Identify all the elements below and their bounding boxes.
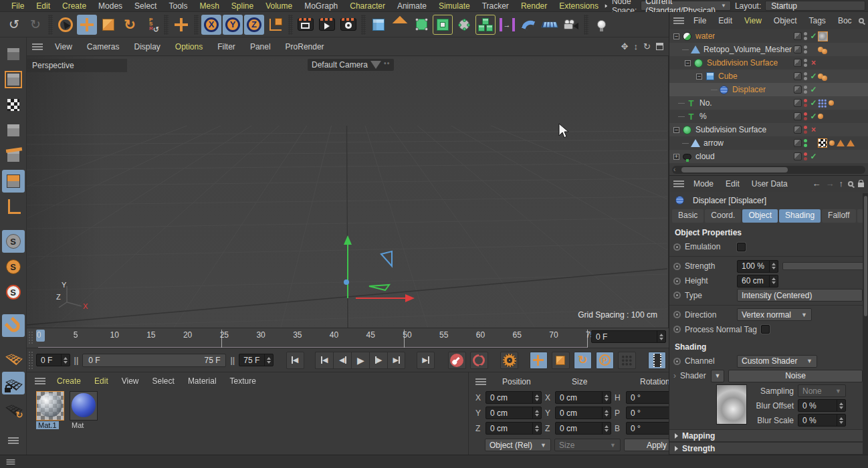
am-menu-mode[interactable]: Mode xyxy=(688,178,719,190)
height-field[interactable]: 60 cm xyxy=(737,275,778,287)
spinner-icon[interactable] xyxy=(264,354,273,366)
default-camera-badge[interactable]: Default Camera °° xyxy=(308,59,394,71)
orbit-icon[interactable]: ↻ xyxy=(643,41,651,51)
polygon-mode-button[interactable] xyxy=(2,170,25,193)
animation-dot-icon[interactable] xyxy=(673,358,681,365)
object-row[interactable]: T % ✓ xyxy=(669,110,868,123)
menu-extensions[interactable]: Extensions xyxy=(553,1,605,11)
viewport-menu-filter[interactable]: Filter xyxy=(211,41,242,53)
viewport-menu-view[interactable]: View xyxy=(48,41,79,53)
object-manager-hscrollbar[interactable]: ‹ xyxy=(672,166,865,174)
visibility-dots-icon[interactable] xyxy=(804,45,807,53)
cloner-button[interactable] xyxy=(475,15,496,35)
live-selection-button[interactable] xyxy=(56,15,76,35)
x-axis-lock-button[interactable]: X xyxy=(201,15,221,35)
enabled-check-icon[interactable]: ✓ xyxy=(809,31,818,41)
goto-end-button[interactable]: ▶ xyxy=(417,352,435,369)
material-menu-material[interactable]: Material xyxy=(182,375,223,387)
om-menu-tags[interactable]: Tags xyxy=(804,15,831,27)
enabled-check-icon[interactable]: ✓ xyxy=(809,112,818,121)
selection-tag-icon[interactable] xyxy=(837,140,845,146)
lock-workplane-button[interactable] xyxy=(2,372,25,394)
play-button[interactable]: ▶ xyxy=(351,352,369,369)
key-scale-button[interactable] xyxy=(552,352,570,369)
visibility-dots-icon[interactable] xyxy=(804,86,807,94)
coordinate-system-button[interactable] xyxy=(265,15,286,35)
visibility-dots-icon[interactable] xyxy=(804,112,807,120)
camera-button[interactable] xyxy=(561,15,581,35)
keyframe-selection-button[interactable] xyxy=(500,352,518,369)
viewport-3d-view[interactable]: Perspective Default Camera °° xyxy=(27,56,669,328)
blur-offset-field[interactable]: 0 % xyxy=(798,399,846,412)
object-row[interactable]: Retopo_Volume_Mesher xyxy=(669,43,868,56)
record-keyframe-button[interactable] xyxy=(448,352,466,369)
light-button[interactable] xyxy=(591,15,611,35)
enable-snap-button[interactable]: S xyxy=(2,230,25,253)
snap-settings-button[interactable]: S xyxy=(2,281,25,304)
scrollbar-thumb[interactable] xyxy=(864,196,867,316)
edit-toggle-icon[interactable] xyxy=(794,45,802,53)
menu-volume[interactable]: Volume xyxy=(259,1,298,11)
pos-x-field[interactable]: 0 cm xyxy=(485,391,542,404)
previous-frame-button[interactable]: ◀ xyxy=(333,352,351,369)
goto-start-button[interactable]: ◀ xyxy=(286,352,304,369)
edit-toggle-icon[interactable] xyxy=(794,59,802,67)
z-axis-lock-button[interactable]: Z xyxy=(244,15,264,35)
object-row[interactable]: − water ✓ xyxy=(669,29,868,43)
viewport-menu-options[interactable]: Options xyxy=(169,41,209,53)
strength-section-header[interactable]: Strength xyxy=(669,442,868,455)
animation-dot-icon[interactable] xyxy=(673,243,681,251)
y-axis-lock-button[interactable]: Y xyxy=(223,15,243,35)
visibility-dots-icon[interactable] xyxy=(804,139,807,147)
selection-tag-icon[interactable] xyxy=(847,140,855,146)
spinner-icon[interactable] xyxy=(61,354,70,366)
material-name[interactable]: Mat.1 xyxy=(36,421,59,429)
psr-tool-button[interactable]: PSR ↺ xyxy=(141,15,161,35)
om-menu-file[interactable]: File xyxy=(688,15,712,27)
timeline-ruler[interactable]: 051015202530354045505560657075 0 F xyxy=(27,328,669,348)
menu-animate[interactable]: Animate xyxy=(391,1,433,11)
material-menu-select[interactable]: Select xyxy=(146,375,181,387)
make-editable-button[interactable] xyxy=(2,43,25,66)
menu-modes[interactable]: Modes xyxy=(92,1,128,11)
animation-dot-icon[interactable] xyxy=(673,291,681,299)
object-row[interactable]: − Subdivision Surface × xyxy=(669,123,868,136)
edit-toggle-icon[interactable] xyxy=(794,139,802,147)
render-settings-button[interactable] xyxy=(338,15,358,35)
viewport-menu-display[interactable]: Display xyxy=(127,41,167,53)
noise-preview-thumbnail[interactable] xyxy=(716,384,747,425)
strength-slider[interactable] xyxy=(782,262,864,270)
enabled-check-icon[interactable]: ✓ xyxy=(809,152,818,161)
align-workplane-button[interactable]: ↻ xyxy=(2,397,25,420)
start-frame-field[interactable]: 0 F xyxy=(36,354,70,366)
menu-tracker[interactable]: Tracker xyxy=(476,1,515,11)
direction-select[interactable]: Vertex normal ▼ xyxy=(737,308,812,321)
hamburger-menu-icon[interactable] xyxy=(673,181,684,187)
add-primitive-button[interactable] xyxy=(368,15,389,35)
attribute-manager-vscrollbar[interactable] xyxy=(863,193,868,455)
object-row[interactable]: + cloud ✓ xyxy=(669,150,868,163)
lock-icon[interactable] xyxy=(858,183,864,187)
om-menu-object[interactable]: Object xyxy=(768,15,802,27)
spinner-icon[interactable] xyxy=(837,400,845,411)
texture-mode-button[interactable] xyxy=(2,94,25,116)
tab-coord[interactable]: Coord. xyxy=(705,209,741,223)
history-forward-icon[interactable]: → xyxy=(826,179,835,189)
timeline-window-button[interactable] xyxy=(648,352,666,369)
process-normal-tag-checkbox[interactable] xyxy=(761,325,770,334)
point-selection-tag-icon[interactable] xyxy=(818,99,827,108)
material-swatch[interactable]: Mat.1 xyxy=(36,391,64,430)
om-menu-bookmarks[interactable]: Boc xyxy=(833,15,857,27)
autokey-button[interactable] xyxy=(470,352,488,369)
instance-button[interactable]: → xyxy=(497,15,517,35)
object-name[interactable]: Retopo_Volume_Mesher xyxy=(703,45,792,54)
maximize-icon[interactable] xyxy=(656,43,663,50)
material-menu-edit[interactable]: Edit xyxy=(88,375,114,387)
viewport-menu-cameras[interactable]: Cameras xyxy=(80,41,126,53)
object-row-selected[interactable]: Displacer ✓ xyxy=(669,83,868,96)
range-left-handle[interactable]: || xyxy=(74,356,79,365)
object-row[interactable]: − Subdivision Surface × xyxy=(669,56,868,70)
render-view-button[interactable] xyxy=(296,15,316,35)
previous-key-button[interactable]: ◀ xyxy=(315,352,333,369)
tab-falloff[interactable]: Falloff xyxy=(822,209,855,223)
